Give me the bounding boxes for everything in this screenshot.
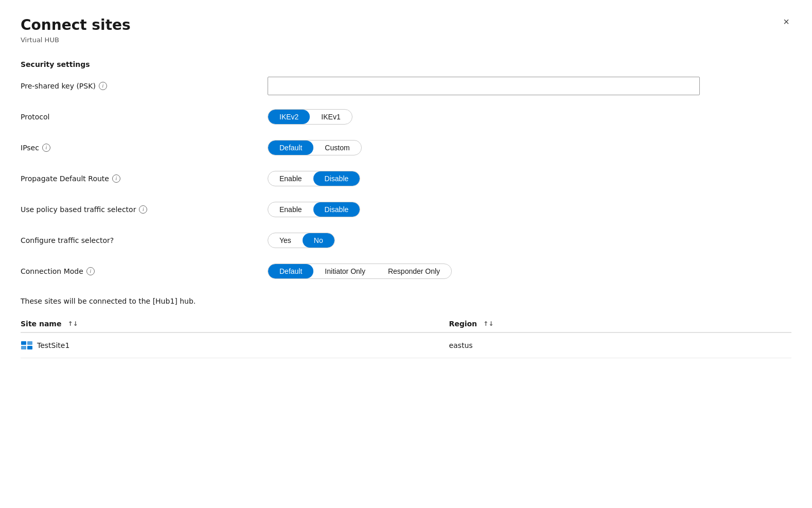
site-name-column-header: Site name ↑↓ bbox=[21, 316, 449, 332]
propagate-toggle-group: Enable Disable bbox=[268, 171, 360, 186]
ipsec-label: IPsec i bbox=[21, 144, 268, 152]
psk-control bbox=[268, 77, 791, 95]
psk-info-icon[interactable]: i bbox=[99, 82, 107, 90]
propagate-control: Enable Disable bbox=[268, 171, 791, 186]
connection-mode-row: Connection Mode i Default Initiator Only… bbox=[21, 262, 791, 281]
propagate-disable-btn[interactable]: Disable bbox=[313, 171, 360, 186]
configure-traffic-toggle-group: Yes No bbox=[268, 233, 335, 248]
protocol-control: IKEv2 IKEv1 bbox=[268, 109, 791, 125]
ipsec-default-btn[interactable]: Default bbox=[268, 141, 313, 155]
connect-sites-panel: × Connect sites Virtual HUB Security set… bbox=[0, 0, 812, 508]
propagate-label: Propagate Default Route i bbox=[21, 174, 268, 183]
propagate-info-icon[interactable]: i bbox=[112, 174, 120, 183]
connection-mode-toggle-group: Default Initiator Only Responder Only bbox=[268, 264, 452, 279]
region-column-header: Region ↑↓ bbox=[449, 316, 791, 332]
configure-traffic-row: Configure traffic selector? Yes No bbox=[21, 231, 791, 250]
policy-traffic-label: Use policy based traffic selector i bbox=[21, 205, 268, 214]
table-header-row: Site name ↑↓ Region ↑↓ bbox=[21, 316, 791, 332]
configure-traffic-yes-btn[interactable]: Yes bbox=[268, 233, 303, 248]
protocol-label: Protocol bbox=[21, 113, 268, 121]
site-name-value: TestSite1 bbox=[37, 341, 69, 349]
region-cell: eastus bbox=[449, 332, 791, 358]
policy-traffic-enable-btn[interactable]: Enable bbox=[268, 202, 313, 217]
configure-traffic-label: Configure traffic selector? bbox=[21, 236, 268, 244]
ipsec-toggle-group: Default Custom bbox=[268, 140, 362, 155]
site-name-sort-icon[interactable]: ↑↓ bbox=[67, 320, 78, 327]
policy-traffic-row: Use policy based traffic selector i Enab… bbox=[21, 200, 791, 219]
psk-input[interactable] bbox=[268, 77, 700, 95]
connection-mode-label: Connection Mode i bbox=[21, 267, 268, 275]
connection-mode-responder-btn[interactable]: Responder Only bbox=[377, 264, 451, 278]
close-button[interactable]: × bbox=[779, 14, 793, 29]
table-section: These sites will be connected to the [Hu… bbox=[21, 297, 791, 358]
site-name-cell: TestSite1 bbox=[21, 332, 449, 358]
propagate-enable-btn[interactable]: Enable bbox=[268, 171, 313, 186]
ipsec-control: Default Custom bbox=[268, 140, 791, 155]
protocol-ikev2-btn[interactable]: IKEv2 bbox=[268, 110, 310, 124]
configure-traffic-no-btn[interactable]: No bbox=[303, 233, 334, 248]
page-title: Connect sites bbox=[21, 16, 791, 34]
policy-traffic-info-icon[interactable]: i bbox=[139, 205, 147, 214]
connection-mode-info-icon[interactable]: i bbox=[86, 267, 95, 275]
region-sort-icon[interactable]: ↑↓ bbox=[483, 320, 493, 327]
propagate-row: Propagate Default Route i Enable Disable bbox=[21, 169, 791, 188]
protocol-toggle-group: IKEv2 IKEv1 bbox=[268, 109, 352, 125]
psk-row: Pre-shared key (PSK) i bbox=[21, 77, 791, 95]
policy-traffic-control: Enable Disable bbox=[268, 202, 791, 217]
connection-mode-control: Default Initiator Only Responder Only bbox=[268, 264, 791, 279]
site-icon bbox=[21, 339, 33, 352]
ipsec-custom-btn[interactable]: Custom bbox=[313, 141, 361, 155]
svg-rect-3 bbox=[27, 346, 32, 349]
ipsec-row: IPsec i Default Custom bbox=[21, 138, 791, 157]
svg-rect-0 bbox=[21, 341, 26, 345]
configure-traffic-control: Yes No bbox=[268, 233, 791, 248]
psk-label: Pre-shared key (PSK) i bbox=[21, 82, 268, 90]
svg-rect-1 bbox=[21, 346, 26, 349]
security-settings-label: Security settings bbox=[21, 60, 791, 68]
hub-text: These sites will be connected to the [Hu… bbox=[21, 297, 791, 305]
connection-mode-default-btn[interactable]: Default bbox=[268, 264, 313, 278]
connection-mode-initiator-btn[interactable]: Initiator Only bbox=[313, 264, 377, 278]
protocol-ikev1-btn[interactable]: IKEv1 bbox=[310, 110, 351, 124]
table-row: TestSite1 eastus bbox=[21, 332, 791, 358]
region-value: eastus bbox=[449, 341, 472, 349]
panel-header: Connect sites Virtual HUB bbox=[21, 16, 791, 44]
svg-rect-2 bbox=[27, 341, 32, 345]
ipsec-info-icon[interactable]: i bbox=[42, 144, 50, 152]
page-subtitle: Virtual HUB bbox=[21, 36, 791, 44]
protocol-row: Protocol IKEv2 IKEv1 bbox=[21, 108, 791, 126]
policy-traffic-toggle-group: Enable Disable bbox=[268, 202, 360, 217]
policy-traffic-disable-btn[interactable]: Disable bbox=[313, 202, 360, 217]
sites-table: Site name ↑↓ Region ↑↓ bbox=[21, 316, 791, 358]
